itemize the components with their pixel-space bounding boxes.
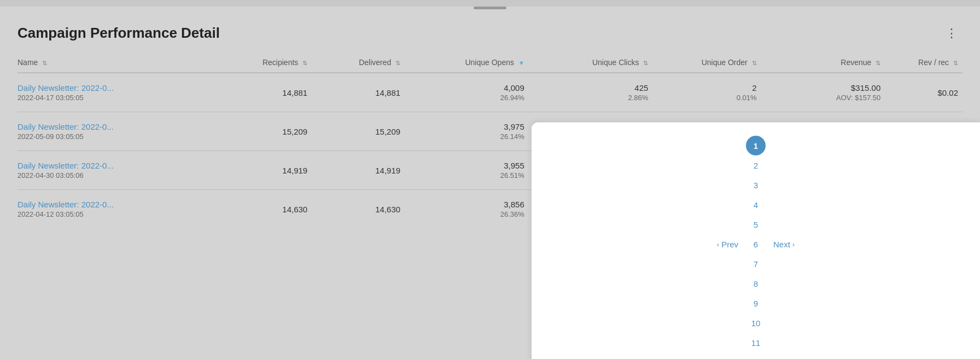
col-name[interactable]: Name ⇅ — [18, 53, 219, 73]
col-delivered[interactable]: Delivered ⇅ — [312, 53, 405, 73]
aov-value-0: AOV: $157.50 — [766, 94, 881, 102]
more-options-button[interactable]: ⋮ — [941, 25, 962, 42]
unique-order-value-0: 2 — [657, 83, 756, 92]
col-name-label: Name — [18, 58, 38, 67]
col-unique-order[interactable]: Unique Order ⇅ — [652, 53, 761, 73]
unique-order-pct-0: 0.01% — [657, 94, 756, 102]
cell-delivered-0: 14,881 — [312, 73, 405, 112]
cell-name-0: Daily Newsletter: 2022-0... 2022-04-17 0… — [18, 73, 219, 112]
col-recipients-label: Recipients — [262, 58, 298, 67]
cell-recipients-1: 15,209 — [219, 112, 312, 151]
unique-opens-pct-2: 26.51% — [409, 171, 524, 180]
next-button[interactable]: Next › — [768, 236, 800, 252]
page-button-9[interactable]: 9 — [746, 293, 766, 313]
prev-button[interactable]: ‹ Prev — [711, 236, 744, 252]
col-delivered-sort-icon: ⇅ — [395, 60, 400, 67]
cell-delivered-1: 15,209 — [312, 112, 405, 151]
table-header: Name ⇅ Recipients ⇅ Delivered ⇅ Unique O… — [18, 53, 962, 73]
page-button-11[interactable]: 11 — [746, 333, 766, 352]
cell-unique-opens-2: 3,955 26.51% — [405, 151, 529, 190]
cell-unique-opens-1: 3,975 26.14% — [405, 112, 529, 151]
col-unique-clicks-sort-icon: ⇅ — [643, 60, 648, 67]
delivered-value-0: 14,881 — [316, 88, 400, 97]
table-row: Daily Newsletter: 2022-0... 2022-04-17 0… — [18, 73, 962, 112]
unique-opens-pct-3: 26.36% — [409, 210, 524, 218]
page-button-7[interactable]: 7 — [746, 254, 766, 274]
page-buttons: 1234567891011 — [746, 136, 766, 352]
cell-rev-per-rec-0: $0.02 — [885, 73, 962, 112]
campaign-date-1: 2022-05-09 03:05:05 — [18, 132, 214, 141]
delivered-value-1: 15,209 — [316, 127, 400, 136]
col-revenue[interactable]: Revenue ⇅ — [761, 53, 885, 73]
cell-recipients-0: 14,881 — [219, 73, 312, 112]
recipients-value-2: 14,919 — [223, 166, 307, 175]
unique-clicks-value-0: 425 — [533, 83, 649, 92]
recipients-value-1: 15,209 — [223, 127, 307, 136]
recipients-value-0: 14,881 — [223, 88, 307, 97]
revenue-value-0: $315.00 — [766, 83, 881, 92]
recipients-value-3: 14,630 — [223, 205, 307, 214]
campaign-date-2: 2022-04-30 03:05:06 — [18, 171, 214, 180]
col-recipients[interactable]: Recipients ⇅ — [219, 53, 312, 73]
unique-opens-value-1: 3,975 — [409, 122, 524, 131]
cell-revenue-0: $315.00 AOV: $157.50 — [761, 73, 885, 112]
cell-unique-opens-3: 3,856 26.36% — [405, 190, 529, 229]
campaign-link-2[interactable]: Daily Newsletter: 2022-0... — [18, 161, 214, 170]
next-chevron-icon: › — [792, 240, 795, 248]
cell-delivered-3: 14,630 — [312, 190, 405, 229]
main-panel: Campaign Performance Detail ⋮ Name ⇅ Rec… — [0, 7, 980, 359]
cell-recipients-3: 14,630 — [219, 190, 312, 229]
cell-unique-order-0: 2 0.01% — [652, 73, 761, 112]
cell-name-3: Daily Newsletter: 2022-0... 2022-04-12 0… — [18, 190, 219, 229]
rev-per-rec-value-0: $0.02 — [889, 88, 958, 97]
unique-opens-pct-0: 26.94% — [409, 94, 524, 102]
prev-chevron-icon: ‹ — [717, 240, 719, 248]
col-unique-clicks-label: Unique Clicks — [592, 58, 639, 67]
col-unique-opens[interactable]: Unique Opens ▼ — [405, 53, 529, 73]
delivered-value-2: 14,919 — [316, 166, 400, 175]
page-button-4[interactable]: 4 — [746, 195, 766, 215]
page-button-6[interactable]: 6 — [746, 234, 766, 254]
unique-clicks-pct-0: 2.86% — [533, 94, 649, 102]
page-button-2[interactable]: 2 — [746, 155, 766, 175]
campaign-date-3: 2022-04-12 03:05:05 — [18, 210, 214, 218]
unique-opens-value-0: 4,009 — [409, 83, 524, 92]
col-unique-clicks[interactable]: Unique Clicks ⇅ — [529, 53, 653, 73]
cell-recipients-2: 14,919 — [219, 151, 312, 190]
campaign-link-1[interactable]: Daily Newsletter: 2022-0... — [18, 122, 214, 131]
col-revenue-sort-icon: ⇅ — [876, 60, 880, 67]
cell-name-2: Daily Newsletter: 2022-0... 2022-04-30 0… — [18, 151, 219, 190]
prev-label: Prev — [721, 240, 738, 249]
pagination-bar: ‹ Prev 1234567891011 Next › — [532, 122, 980, 359]
campaign-link-3[interactable]: Daily Newsletter: 2022-0... — [18, 200, 214, 209]
cell-name-1: Daily Newsletter: 2022-0... 2022-05-09 0… — [18, 112, 219, 151]
next-label: Next — [773, 240, 790, 249]
unique-opens-value-3: 3,856 — [409, 200, 524, 209]
delivered-value-3: 14,630 — [316, 205, 400, 214]
page-button-1[interactable]: 1 — [746, 136, 766, 155]
col-delivered-label: Delivered — [359, 58, 391, 67]
campaign-link-0[interactable]: Daily Newsletter: 2022-0... — [18, 83, 214, 92]
col-unique-opens-sort-icon: ▼ — [518, 60, 524, 66]
unique-opens-pct-1: 26.14% — [409, 132, 524, 141]
col-unique-opens-label: Unique Opens — [465, 58, 514, 67]
cell-unique-clicks-0: 425 2.86% — [529, 73, 653, 112]
col-rev-per-rec[interactable]: Rev / rec ⇅ — [885, 53, 962, 73]
cell-unique-opens-0: 4,009 26.94% — [405, 73, 529, 112]
header: Campaign Performance Detail ⋮ — [0, 9, 980, 53]
col-unique-order-label: Unique Order — [702, 58, 748, 67]
col-name-sort-icon: ⇅ — [42, 60, 47, 67]
unique-opens-value-2: 3,955 — [409, 161, 524, 170]
col-revenue-label: Revenue — [841, 58, 871, 67]
page-button-10[interactable]: 10 — [746, 313, 766, 333]
page-title: Campaign Performance Detail — [18, 25, 220, 42]
col-unique-order-sort-icon: ⇅ — [752, 60, 757, 67]
page-button-8[interactable]: 8 — [746, 274, 766, 293]
cell-delivered-2: 14,919 — [312, 151, 405, 190]
col-recipients-sort-icon: ⇅ — [302, 60, 307, 67]
col-rev-per-rec-sort-icon: ⇅ — [953, 60, 958, 67]
campaign-date-0: 2022-04-17 03:05:05 — [18, 94, 214, 102]
page-button-5[interactable]: 5 — [746, 215, 766, 234]
page-button-3[interactable]: 3 — [746, 175, 766, 195]
col-rev-per-rec-label: Rev / rec — [918, 58, 949, 67]
